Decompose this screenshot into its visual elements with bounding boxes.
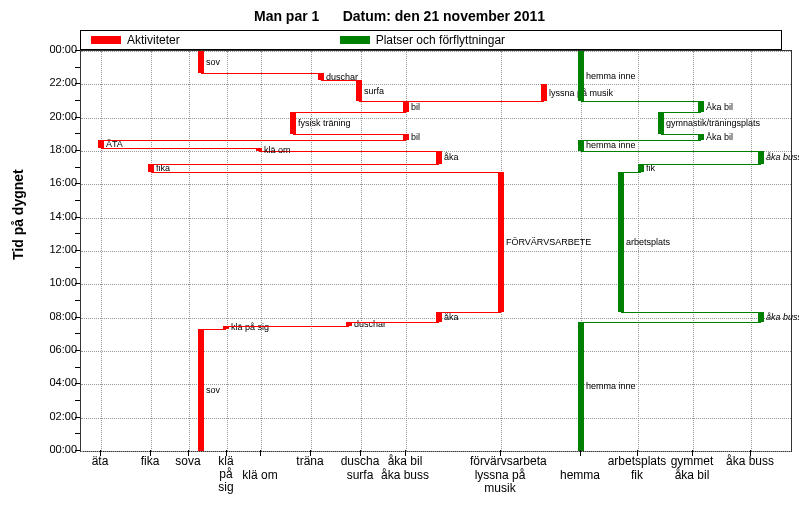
gridline-h: [81, 251, 791, 252]
segment-label: åka: [444, 312, 459, 322]
gridline-v: [361, 51, 362, 451]
gridline-h: [81, 184, 791, 185]
y-tick-label: 10:00: [27, 276, 77, 288]
segment-label: sov: [206, 57, 220, 67]
segment-label: klä om: [264, 145, 291, 155]
y-tick-mark: [75, 400, 80, 401]
segment-label: bil: [411, 132, 420, 142]
connector-line: [151, 172, 501, 173]
segment-label: arbetsplats: [626, 237, 670, 247]
connector-line: [349, 322, 439, 323]
legend-swatch-activities: [91, 36, 121, 44]
connector-line: [581, 151, 761, 152]
segment: [98, 140, 104, 148]
segment: [403, 101, 409, 112]
segment-label: åka buss/spår: [766, 312, 799, 322]
y-tick-mark: [75, 200, 80, 201]
segment-label: hemma inne: [586, 71, 636, 81]
segment: [436, 312, 442, 322]
segment-label: sov: [206, 385, 220, 395]
connector-line: [621, 312, 761, 313]
x-tick-label: förvärvsarbeta: [470, 455, 530, 468]
y-tick-label: 18:00: [27, 143, 77, 155]
y-tick-label: 16:00: [27, 176, 77, 188]
gridline-h: [81, 418, 791, 419]
gridline-v: [311, 51, 312, 451]
y-tick-mark: [75, 233, 80, 234]
y-tick-label: 02:00: [27, 410, 77, 422]
segment: [578, 322, 584, 451]
y-tick-mark: [75, 100, 80, 101]
plot-area: sovklä på sigduscharåkaFÖRVÄRVSARBETEfik…: [80, 50, 792, 452]
y-tick-label: 14:00: [27, 210, 77, 222]
date-prefix: Datum:: [343, 8, 391, 24]
connector-line: [101, 140, 406, 141]
segment: [148, 164, 154, 172]
y-tick-mark: [75, 133, 80, 134]
y-axis-label: Tid på dygnet: [10, 169, 26, 260]
gridline-h: [81, 351, 791, 352]
connector-line: [641, 164, 761, 165]
gridline-v: [751, 51, 752, 451]
connector-line: [226, 326, 349, 327]
segment-label: FÖRVÄRVSARBETE: [506, 237, 591, 247]
segment-label: åka buss/spår: [766, 152, 799, 162]
segment: [541, 84, 547, 101]
y-tick-label: 04:00: [27, 376, 77, 388]
segment-label: bil: [411, 102, 420, 112]
segment-label: Åka bil: [706, 132, 733, 142]
segment-label: hemma inne: [586, 140, 636, 150]
gridline-h: [81, 384, 791, 385]
connector-line: [621, 172, 641, 173]
gridline-v: [261, 51, 262, 451]
person-label: Man par 1: [254, 8, 319, 24]
connector-line: [359, 101, 406, 102]
connector-line: [581, 322, 761, 323]
segment: [318, 73, 324, 80]
segment: [578, 51, 584, 101]
connector-line: [293, 112, 406, 113]
y-tick-label: 00:00: [27, 43, 77, 55]
x-tick-label: fik: [607, 469, 667, 482]
connector-line: [581, 140, 701, 141]
x-tick-label: åka buss: [375, 469, 435, 482]
gridline-v: [151, 51, 152, 451]
segment: [618, 172, 624, 312]
x-tick-mark: [580, 450, 581, 456]
chart-title: Man par 1 Datum: den 21 november 2011: [0, 8, 799, 24]
x-tick-label: åka bil: [662, 469, 722, 482]
segment: [290, 112, 296, 134]
connector-line: [151, 164, 439, 165]
gridline-h: [81, 51, 791, 52]
x-tick-mark: [260, 450, 261, 456]
segment: [436, 151, 442, 164]
segment-label: gymnastik/träningsplats: [666, 118, 760, 128]
gridline-v: [101, 51, 102, 451]
segment: [498, 172, 504, 312]
y-tick-label: 00:00: [27, 443, 77, 455]
gridline-h: [81, 84, 791, 85]
gridline-h: [81, 284, 791, 285]
segment: [578, 140, 584, 151]
segment: [198, 51, 204, 73]
y-tick-label: 12:00: [27, 243, 77, 255]
chart-container: Man par 1 Datum: den 21 november 2011 Ak…: [0, 0, 799, 511]
date-value: den 21 november 2011: [395, 8, 545, 24]
segment-label: fysisk träning: [298, 118, 351, 128]
gridline-v: [227, 51, 228, 451]
connector-line: [661, 112, 701, 113]
segment: [758, 312, 764, 322]
x-tick-label: lyssna på musik: [470, 469, 530, 495]
segment-label: åka: [444, 152, 459, 162]
legend-item-activities: Aktiviteter: [81, 33, 180, 47]
connector-line: [661, 134, 701, 135]
legend: Aktiviteter Platser och förflyttningar: [80, 30, 782, 50]
segment-label: surfa: [364, 86, 384, 96]
gridline-v: [638, 51, 639, 451]
y-tick-mark: [75, 367, 80, 368]
legend-label-activities: Aktiviteter: [127, 33, 180, 47]
connector-line: [201, 329, 226, 330]
x-tick-label: åka buss: [720, 455, 780, 468]
segment: [638, 164, 644, 172]
y-tick-label: 08:00: [27, 310, 77, 322]
